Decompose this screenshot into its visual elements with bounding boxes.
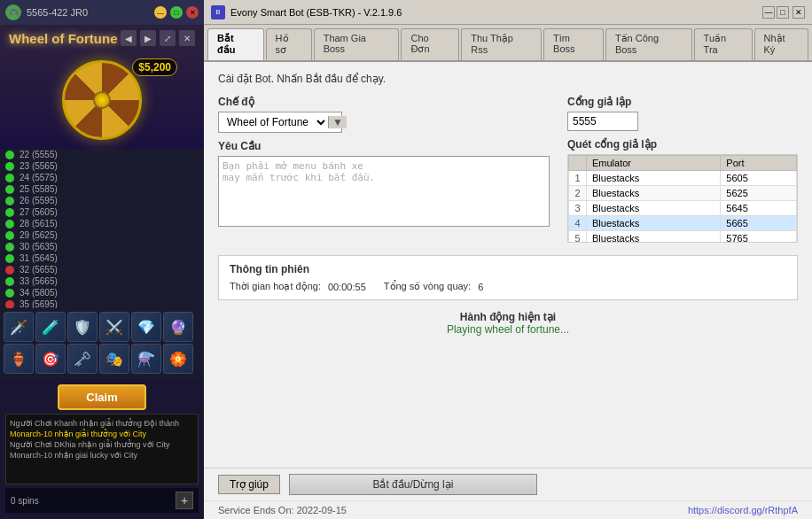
number-list-item[interactable]: 23 (5565) [0, 160, 204, 172]
number-list-item[interactable]: 27 (5605) [0, 206, 204, 218]
number-list-item[interactable]: 25 (5585) [0, 183, 204, 195]
number-item-text: 27 (5605) [20, 207, 58, 217]
start-stop-button[interactable]: Bắt đầu/Dừng lại [289, 474, 537, 495]
tab-tan-cong-boss[interactable]: Tấn Công Boss [605, 28, 692, 60]
emulator-port: 5605 [721, 171, 797, 186]
emulator-port: 5645 [721, 201, 797, 216]
inv-cell[interactable]: 🎯 [35, 344, 66, 374]
inv-cell[interactable]: 🗝️ [67, 344, 98, 374]
status-indicator [5, 162, 14, 171]
help-button[interactable]: Trợ giúp [218, 475, 280, 494]
discord-link[interactable]: https://discord.gg/rRthpfA [688, 505, 798, 515]
number-list[interactable]: 22 (5555)23 (5565)24 (5575)25 (5585)26 (… [0, 149, 204, 308]
wheel-nav-expand[interactable]: ⤢ [160, 30, 176, 46]
number-list-item[interactable]: 31 (5645) [0, 252, 204, 264]
number-item-text: 29 (5625) [20, 230, 58, 240]
tab-tuan-tra[interactable]: Tuần Tra [694, 28, 753, 60]
bot-panel: B Evony Smart Bot (ESB-TKR) - V.2.1.9.6 … [204, 0, 812, 519]
footer: Service Ends On: 2022-09-15 https://disc… [204, 500, 812, 519]
tab-nhat-ky[interactable]: Nhật Ký [754, 28, 808, 60]
number-item-text: 32 (5655) [20, 265, 58, 275]
status-indicator [5, 254, 14, 263]
tab-tham-gia-boss[interactable]: Tham Gia Boss [314, 28, 400, 60]
emulator-row[interactable]: 2 Bluestacks 5625 [569, 186, 797, 201]
number-list-item[interactable]: 29 (5625) [0, 229, 204, 241]
close-game-button[interactable]: ✕ [186, 6, 199, 19]
wheel-close[interactable]: ✕ [179, 30, 195, 46]
number-list-item[interactable]: 32 (5655) [0, 264, 204, 275]
number-list-item[interactable]: 35 (5695) [0, 298, 204, 308]
emulator-table-wrapper[interactable]: Emulator Port 1 Bluestacks 5605 2 Bluest… [567, 154, 798, 243]
emulator-row[interactable]: 3 Bluestacks 5645 [569, 201, 797, 216]
wheel-nav-right[interactable]: ▶ [140, 30, 156, 46]
game-window-controls[interactable]: — □ ✕ [154, 6, 199, 19]
yeu-cau-section: Yêu Cầu Bạn phải mở menu bánh xe may mắn… [218, 140, 550, 229]
claim-button[interactable]: Claim [58, 384, 145, 410]
wheel-nav-buttons[interactable]: ◀ ▶ ⤢ ✕ [121, 30, 195, 46]
wheel-header: Wheel of Fortune ◀ ▶ ⤢ ✕ [0, 25, 204, 51]
tab-bar: Bắt đầu Hồ sơ Tham Gia Boss Cho Đơn Thu … [204, 25, 812, 62]
game-titlebar: 🎮 5565-422 JR0 — □ ✕ [0, 0, 204, 25]
tab-thu-thap-rss[interactable]: Thu Thập Rss [461, 28, 542, 60]
number-list-item[interactable]: 34 (5805) [0, 287, 204, 298]
wheel-nav-left[interactable]: ◀ [121, 30, 137, 46]
yeu-cau-textarea[interactable]: Bạn phải mở menu bánh xe may mắn trước k… [218, 156, 550, 227]
bot-window-controls[interactable]: — □ ✕ [762, 6, 805, 19]
fortune-wheel[interactable] [62, 60, 142, 140]
inv-cell[interactable]: 🔮 [163, 312, 193, 342]
emulator-row[interactable]: 4 Bluestacks 5665 [569, 216, 797, 231]
number-list-item[interactable]: 28 (5615) [0, 218, 204, 229]
inv-cell[interactable]: 💎 [131, 312, 161, 342]
tab-bat-dau[interactable]: Bắt đầu [207, 28, 264, 60]
che-do-label: Chế độ [218, 96, 550, 108]
mode-select-input[interactable]: Wheel of Fortune Boss Hunt RSS Collect [219, 112, 328, 132]
wheel-area: $5,200 [0, 51, 204, 149]
cong-gia-lap-input[interactable] [567, 112, 638, 131]
number-item-text: 25 (5585) [20, 184, 58, 194]
emulator-name: Bluestacks [587, 171, 721, 186]
inv-cell[interactable]: 🛡️ [67, 312, 98, 342]
scroll-item: Monarch-10 nhận giai lucky với City [10, 450, 194, 461]
number-list-item[interactable]: 24 (5575) [0, 172, 204, 183]
spin-count: 0 spins [11, 496, 39, 506]
inv-cell[interactable]: 🏵️ [163, 344, 193, 374]
status-indicator [5, 277, 14, 286]
session-spins-label: Tổng số vòng quay: [384, 281, 471, 292]
number-list-item[interactable]: 33 (5665) [0, 275, 204, 287]
minimize-button[interactable]: — [154, 6, 167, 19]
number-list-item[interactable]: 26 (5595) [0, 195, 204, 206]
bot-icon: B [211, 5, 225, 19]
inv-cell[interactable]: ⚗️ [131, 344, 161, 374]
number-list-item[interactable]: 22 (5555) [0, 149, 204, 160]
mode-selector[interactable]: Wheel of Fortune Boss Hunt RSS Collect ▼ [218, 112, 342, 133]
add-spins-button[interactable]: + [176, 492, 193, 509]
tab-cho-don[interactable]: Cho Đơn [401, 28, 459, 60]
tab-ho-so[interactable]: Hồ sơ [266, 28, 312, 60]
session-time: Thời gian hoạt động: 00:00:55 [230, 281, 366, 292]
inv-cell[interactable]: 🧪 [35, 312, 66, 342]
status-indicator [5, 220, 14, 229]
scroll-item: Người Chơi DKhia nhận giải thưởng với Ci… [10, 439, 194, 450]
emulator-port: 5625 [721, 186, 797, 201]
emulator-name: Bluestacks [587, 201, 721, 216]
status-indicator [5, 185, 14, 194]
inv-cell[interactable]: 🏺 [4, 344, 34, 374]
bot-close[interactable]: ✕ [792, 6, 805, 19]
inv-cell[interactable]: 🎭 [99, 344, 129, 374]
service-end-text: Service Ends On: 2022-09-15 [218, 505, 347, 515]
prize-amount: $5,200 [132, 58, 177, 76]
emulator-row[interactable]: 1 Bluestacks 5605 [569, 171, 797, 186]
emulator-row[interactable]: 5 Bluestacks 5765 [569, 231, 797, 244]
bot-minimize[interactable]: — [762, 6, 775, 19]
emulator-num: 5 [569, 231, 587, 244]
inv-cell[interactable]: ⚔️ [99, 312, 129, 342]
number-list-item[interactable]: 30 (5635) [0, 241, 204, 252]
status-indicator [5, 231, 14, 240]
tab-tim-boss[interactable]: Tìm Boss [543, 28, 604, 60]
bot-maximize[interactable]: □ [777, 6, 789, 19]
action-title: Hành động hiện tại [218, 311, 798, 323]
maximize-button[interactable]: □ [170, 6, 183, 19]
status-indicator [5, 197, 14, 205]
dropdown-arrow-icon: ▼ [328, 116, 347, 128]
inv-cell[interactable]: 🗡️ [4, 312, 34, 342]
